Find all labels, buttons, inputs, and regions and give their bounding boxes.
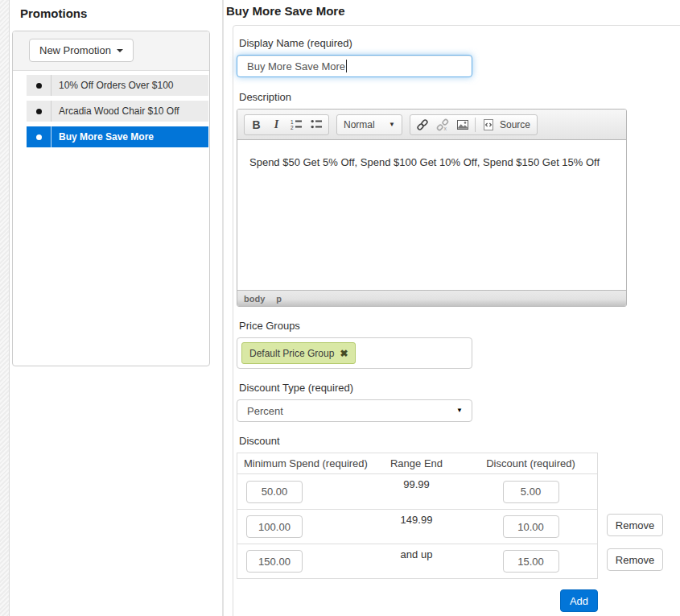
svg-text:2: 2	[291, 125, 294, 130]
editor-toolbar: B I 1 2	[237, 110, 626, 140]
bullet-list-button[interactable]	[307, 115, 327, 134]
bullet-icon	[36, 83, 42, 89]
promotion-form-panel: Display Name (required) Buy More Save Mo…	[233, 25, 680, 616]
display-name-label: Display Name (required)	[239, 37, 680, 49]
path-body[interactable]: body	[244, 294, 265, 304]
numbered-list-button[interactable]: 1 2	[286, 115, 307, 134]
toolbar-separator	[475, 118, 476, 132]
promotion-list-item[interactable]: Arcadia Wood Chair $10 Off	[27, 101, 208, 122]
display-name-input[interactable]: Buy More Save More	[237, 55, 472, 77]
min-spend-column-header: Minimum Spend (required)	[237, 457, 370, 469]
insert-image-button[interactable]	[452, 115, 472, 134]
promotions-panel-header: New Promotion	[13, 31, 209, 71]
promotion-item-label: Arcadia Wood Chair $10 Off	[52, 101, 179, 122]
unlink-icon: x	[436, 118, 449, 131]
new-promotion-button[interactable]: New Promotion	[29, 39, 134, 62]
combo-caret-icon: ▼	[389, 121, 402, 128]
discount-tier-row: and up	[237, 544, 597, 578]
promotions-sidebar: Promotions New Promotion 10% Off Orders …	[10, 0, 223, 616]
discount-tier-row: 99.99	[237, 474, 597, 509]
svg-text:1: 1	[291, 119, 294, 125]
minimum-spend-input[interactable]	[246, 481, 303, 503]
add-tier-button[interactable]: Add	[560, 589, 598, 612]
sidebar-title: Promotions	[20, 6, 87, 20]
promotions-panel: New Promotion 10% Off Orders Over $100 A…	[12, 31, 210, 366]
link-button[interactable]	[412, 115, 432, 134]
left-gutter-stripe	[0, 0, 10, 616]
discount-tiers-table: Minimum Spend (required) Range End Disco…	[237, 453, 598, 579]
source-button[interactable]	[478, 115, 498, 134]
description-text: Spend $50 Get 5% Off, Spend $100 Get 10%…	[249, 156, 614, 168]
rich-text-editor: B I 1 2	[237, 109, 627, 307]
discount-tiers-area: Minimum Spend (required) Range End Disco…	[237, 453, 680, 612]
remove-tier-button[interactable]: Remove	[607, 514, 663, 536]
discount-label: Discount	[239, 435, 680, 447]
insert-buttons-group: x	[410, 114, 538, 135]
promotion-item-label: Buy More Save More	[52, 126, 154, 147]
source-button-label[interactable]: Source	[498, 119, 535, 130]
svg-text:x: x	[443, 126, 447, 131]
new-promotion-label: New Promotion	[39, 44, 111, 56]
path-p[interactable]: p	[276, 294, 282, 304]
range-end-column-header: Range End	[370, 457, 463, 469]
bold-button[interactable]: B	[246, 115, 266, 134]
discount-amount-input[interactable]	[503, 550, 559, 573]
bullet-icon	[36, 134, 42, 140]
price-group-tag-label: Default Price Group	[249, 348, 334, 359]
price-groups-input[interactable]: Default Price Group ✖	[237, 337, 472, 369]
discount-type-select[interactable]: Percent	[237, 399, 472, 422]
discount-tier-row: 149.99	[237, 509, 597, 544]
numbered-list-icon: 1 2	[291, 118, 303, 130]
discount-amount-input[interactable]	[503, 481, 559, 503]
add-tier-row: Add	[237, 589, 598, 612]
caret-down-icon	[117, 49, 123, 52]
editor-content[interactable]: Spend $50 Get 5% Off, Spend $100 Get 10%…	[237, 140, 626, 290]
range-end-value: and up	[401, 544, 433, 560]
display-name-value: Buy More Save More	[247, 60, 345, 72]
range-end-value: 99.99	[403, 474, 430, 490]
bullet-zone	[27, 126, 51, 147]
discount-type-select-wrap: Percent ▼	[237, 399, 472, 422]
bullet-icon	[36, 109, 42, 114]
format-buttons-group: B I 1 2	[244, 114, 329, 135]
link-icon	[416, 118, 429, 131]
discount-table-header: Minimum Spend (required) Range End Disco…	[237, 453, 597, 474]
minimum-spend-input[interactable]	[246, 515, 303, 538]
discount-column-header: Discount (required)	[463, 457, 599, 469]
promotion-list-item[interactable]: 10% Off Orders Over $100	[27, 75, 208, 96]
discount-amount-input[interactable]	[503, 515, 559, 538]
price-groups-label: Price Groups	[239, 320, 680, 332]
bullet-list-icon	[311, 118, 323, 130]
description-label: Description	[239, 91, 680, 103]
paragraph-format-dropdown[interactable]: Normal ▼	[336, 114, 402, 135]
minimum-spend-input[interactable]	[246, 550, 303, 573]
promotion-list-item-selected[interactable]: Buy More Save More	[27, 126, 208, 147]
bullet-zone	[27, 101, 51, 122]
remove-tag-icon[interactable]: ✖	[340, 348, 348, 359]
paragraph-format-value: Normal	[337, 119, 389, 130]
page-title: Buy More Save More	[226, 4, 345, 18]
promotion-item-label: 10% Off Orders Over $100	[52, 75, 174, 96]
text-cursor	[346, 60, 347, 72]
price-group-tag: Default Price Group ✖	[241, 342, 356, 364]
remove-tier-button[interactable]: Remove	[607, 548, 663, 571]
bullet-zone	[27, 75, 51, 96]
discount-type-label: Discount Type (required)	[239, 382, 680, 394]
promotion-detail-pane: Buy More Save More Display Name (require…	[223, 0, 680, 616]
promotions-page: Promotions New Promotion 10% Off Orders …	[0, 0, 680, 616]
range-end-value: 149.99	[401, 510, 433, 526]
editor-element-path: body p	[237, 290, 626, 306]
image-icon	[456, 118, 469, 131]
promotions-list: 10% Off Orders Over $100 Arcadia Wood Ch…	[13, 71, 209, 147]
source-icon	[482, 118, 495, 131]
italic-button[interactable]: I	[266, 115, 286, 134]
unlink-button[interactable]: x	[432, 115, 452, 134]
